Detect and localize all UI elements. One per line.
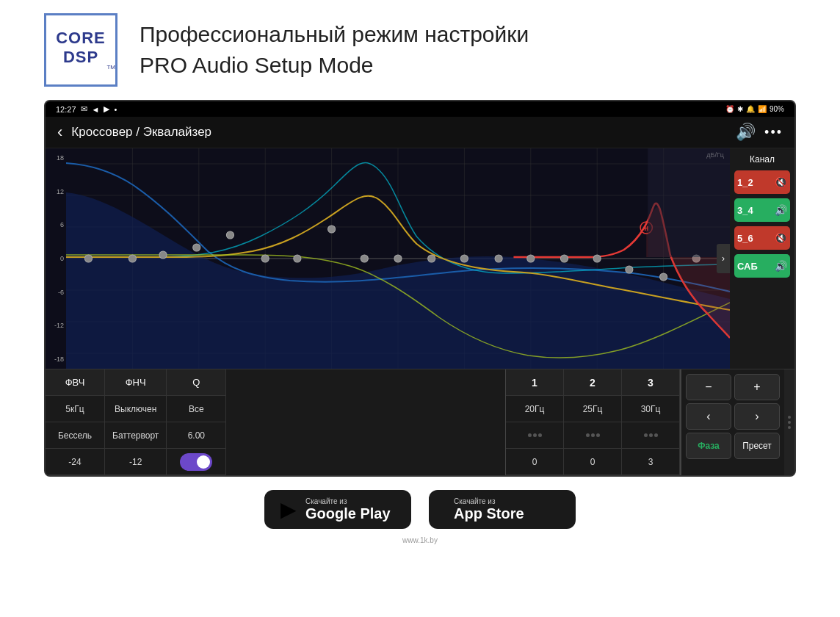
status-battery: 90%: [770, 105, 784, 113]
filter-lpf-slope[interactable]: -12: [105, 449, 166, 475]
more-button[interactable]: •••: [764, 125, 783, 140]
filter-col-q: Q Все 6.00: [167, 369, 226, 475]
channel-1-2-mute-icon: 🔇: [775, 176, 787, 188]
band-3-dots: [622, 422, 679, 449]
nav-row-3: Фаза Пресет: [686, 433, 780, 459]
filter-hpf-header[interactable]: ФВЧ: [46, 369, 104, 396]
band-3-header[interactable]: 3: [622, 369, 679, 396]
status-alarm-icon: ⏰: [725, 105, 734, 113]
filter-hpf-freq[interactable]: 5кГц: [46, 396, 104, 422]
filter-q-value[interactable]: 6.00: [167, 422, 225, 449]
google-play-small: Скачайте из: [305, 497, 391, 505]
plus-button[interactable]: +: [734, 374, 780, 400]
channel-3-4-active-icon: 🔊: [775, 204, 787, 216]
svg-point-27: [394, 255, 402, 262]
logo-dsp: DSP: [63, 48, 98, 67]
right-button[interactable]: ›: [734, 403, 780, 430]
header-section: CORE DSP TM Профессиональный режим настр…: [0, 0, 840, 100]
app-store-small: Скачайте из: [454, 497, 524, 505]
filter-hpf-slope[interactable]: -24: [46, 449, 104, 475]
svg-point-35: [660, 273, 667, 281]
svg-point-20: [159, 251, 167, 259]
side-handle-dots: [788, 416, 791, 429]
channel-5-6-mute-icon: 🔇: [775, 232, 787, 244]
status-time: 12:27: [56, 105, 76, 114]
eq-label-0: 0: [46, 255, 66, 262]
band-1-header[interactable]: 1: [506, 369, 563, 396]
filter-q-toggle[interactable]: [167, 449, 225, 475]
filter-col-hpf: ФВЧ 5кГц Бессель -24: [46, 369, 105, 475]
store-section: ▶ Скачайте из Google Play Скачайте из Ap…: [0, 477, 840, 536]
app-title: Кроссовер / Эквалайзер: [71, 125, 727, 140]
svg-point-32: [560, 255, 568, 262]
phone-frame: 12:27 ✉ ◄ ▶ • ⏰ ✱ 🔔 📶 90% ‹ Кроссовер / …: [44, 100, 796, 477]
watermark: www.1k.by: [0, 536, 840, 547]
status-mail-icon: ✉: [81, 104, 87, 114]
channel-3-4-label: 3_4: [737, 205, 753, 216]
channel-btn-1-2[interactable]: 1_2 🔇: [734, 170, 790, 194]
eq-label-neg18: -18: [46, 356, 66, 363]
dot-3: [788, 426, 791, 429]
eq-grid: н: [66, 148, 730, 369]
app-store-button[interactable]: Скачайте из App Store: [429, 490, 576, 529]
svg-point-23: [261, 255, 269, 262]
status-wifi-icon: 📶: [758, 105, 767, 113]
collapse-button[interactable]: ›: [717, 244, 730, 273]
logo-core: CORE: [56, 29, 106, 47]
band-2-freq[interactable]: 25Гц: [564, 396, 621, 422]
header-text-block: Профессиональный режим настройки PRO Aud…: [140, 19, 529, 81]
svg-point-19: [128, 255, 136, 262]
app-store-text: Скачайте из App Store: [454, 497, 524, 522]
channel-1-2-label: 1_2: [737, 177, 753, 188]
band-3-freq[interactable]: 30Гц: [622, 396, 679, 422]
filter-lpf-freq[interactable]: Выключен: [105, 396, 166, 422]
dot-2: [788, 421, 791, 424]
band-1-value[interactable]: 0: [506, 449, 563, 475]
main-content: 18 12 6 0 -6 -12 -18 дБ/Гц: [46, 148, 794, 369]
band-2-header[interactable]: 2: [564, 369, 621, 396]
eq-area: 18 12 6 0 -6 -12 -18 дБ/Гц: [46, 148, 730, 369]
band-2-value[interactable]: 0: [564, 449, 621, 475]
speaker-icon[interactable]: 🔊: [736, 123, 756, 142]
app-header: ‹ Кроссовер / Эквалайзер 🔊 •••: [46, 117, 794, 148]
phase-button[interactable]: Фаза: [686, 433, 731, 459]
channel-cab-label: САБ: [737, 261, 758, 272]
side-handle[interactable]: [784, 369, 794, 475]
filter-controls: ФВЧ 5кГц Бессель -24 ФНЧ Выключен Баттер…: [46, 369, 505, 475]
filter-lpf-header[interactable]: ФНЧ: [105, 369, 166, 396]
band-col-1: 1 20Гц 0: [506, 369, 564, 475]
band-1-freq[interactable]: 20Гц: [506, 396, 563, 422]
band-controls: 1 20Гц 0 2 25Гц 0: [506, 369, 681, 475]
nav-controls: − + ‹ › Фаза Пресет: [681, 369, 784, 475]
back-button[interactable]: ‹: [57, 123, 62, 142]
band-1-dots: [506, 422, 563, 449]
google-play-button[interactable]: ▶ Скачайте из Google Play: [264, 490, 411, 529]
filter-q-all[interactable]: Все: [167, 396, 225, 422]
nav-row-2: ‹ ›: [686, 403, 780, 430]
app-store-big: App Store: [454, 505, 524, 522]
channel-btn-5-6[interactable]: 5_6 🔇: [734, 226, 790, 250]
svg-point-18: [84, 255, 92, 262]
svg-point-25: [328, 225, 336, 233]
channel-5-6-label: 5_6: [737, 233, 753, 244]
google-play-text: Скачайте из Google Play: [305, 497, 391, 522]
eq-label-18: 18: [46, 154, 66, 162]
filter-hpf-type[interactable]: Бессель: [46, 422, 104, 449]
filter-q-header[interactable]: Q: [167, 369, 225, 396]
status-nav-icon: ◄: [92, 105, 100, 114]
preset-button[interactable]: Пресет: [734, 433, 780, 459]
minus-button[interactable]: −: [686, 374, 731, 400]
left-button[interactable]: ‹: [686, 403, 731, 430]
channel-btn-cab[interactable]: САБ 🔊: [734, 254, 790, 278]
status-sound-icon: 🔔: [746, 105, 755, 113]
dot-1: [788, 416, 791, 419]
eq-label-neg6: -6: [46, 289, 66, 296]
svg-point-24: [294, 255, 301, 262]
channel-cab-active-icon: 🔊: [775, 260, 787, 272]
google-play-icon: ▶: [280, 497, 297, 522]
band-3-value[interactable]: 3: [622, 449, 679, 475]
channel-btn-3-4[interactable]: 3_4 🔊: [734, 198, 790, 222]
filter-lpf-type[interactable]: Баттерворт: [105, 422, 166, 449]
status-bar: 12:27 ✉ ◄ ▶ • ⏰ ✱ 🔔 📶 90%: [46, 101, 794, 117]
toggle-switch[interactable]: [180, 453, 212, 471]
